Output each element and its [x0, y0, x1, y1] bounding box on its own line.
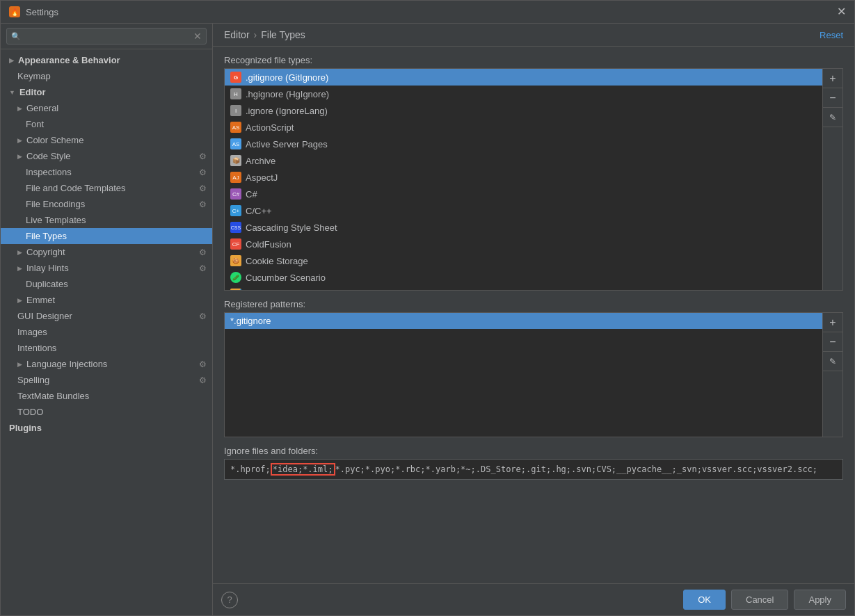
- list-item[interactable]: CSS Cascading Style Sheet: [225, 219, 822, 236]
- patterns-buttons: + − ✎: [823, 312, 843, 437]
- breadcrumb-parent: Editor: [224, 29, 250, 40]
- sidebar-item-gui-designer[interactable]: GUI Designer ⚙: [1, 308, 212, 324]
- sidebar-item-textmate-bundles[interactable]: TextMate Bundles: [1, 388, 212, 404]
- file-type-icon: AJ: [230, 172, 241, 183]
- file-type-icon: H: [230, 88, 241, 99]
- file-type-icon: [230, 289, 241, 291]
- edit-file-type-button[interactable]: ✎: [823, 108, 842, 127]
- sidebar-item-color-scheme[interactable]: ▶ Color Scheme: [1, 132, 212, 148]
- sidebar-item-copyright[interactable]: ▶ Copyright ⚙: [1, 244, 212, 260]
- help-button[interactable]: ?: [221, 592, 238, 608]
- patterns-section: Registered patterns: *.gitignore + − ✎: [224, 299, 843, 437]
- title-bar-left: 🔥 Settings: [9, 6, 58, 17]
- sidebar-item-label: GUI Designer: [17, 311, 72, 321]
- list-item[interactable]: Definition File (Kotlin/Native Stu...: [225, 286, 822, 291]
- search-wrap[interactable]: 🔍 ✕: [6, 28, 207, 44]
- remove-pattern-button[interactable]: −: [823, 332, 842, 352]
- sidebar-item-spelling[interactable]: Spelling ⚙: [1, 372, 212, 388]
- search-input[interactable]: [24, 31, 193, 41]
- add-file-type-button[interactable]: +: [823, 69, 842, 88]
- ok-button[interactable]: OK: [683, 590, 726, 610]
- sidebar-item-label: Inlay Hints: [26, 263, 69, 273]
- file-type-icon: AS: [230, 122, 241, 133]
- list-item[interactable]: C# C#: [225, 186, 822, 202]
- settings-icon: ⚙: [199, 184, 207, 193]
- list-item[interactable]: 📦 Archive: [225, 152, 822, 169]
- patterns-container: *.gitignore + − ✎: [224, 312, 843, 437]
- sidebar-item-file-types[interactable]: File Types: [1, 228, 212, 244]
- sidebar-item-duplicates[interactable]: Duplicates: [1, 276, 212, 292]
- settings-icon: ⚙: [199, 200, 207, 209]
- sidebar-item-code-style[interactable]: ▶ Code Style ⚙: [1, 148, 212, 164]
- sidebar-item-file-code-templates[interactable]: File and Code Templates ⚙: [1, 180, 212, 196]
- list-item[interactable]: 🥒 Cucumber Scenario: [225, 269, 822, 286]
- sidebar-item-general[interactable]: ▶ General: [1, 100, 212, 116]
- sidebar-item-label: Code Style: [26, 151, 71, 161]
- list-item[interactable]: H .hgignore (HgIgnore): [225, 86, 822, 102]
- apply-button[interactable]: Apply: [794, 590, 846, 610]
- arrow-icon: ▶: [9, 57, 14, 64]
- file-type-icon: AS: [230, 138, 241, 149]
- sidebar-list: ▶ Appearance & Behavior Keymap ▼ Editor …: [1, 49, 212, 615]
- ignore-wrap: *.hprof;*idea;*.iml;*.pyc;*.pyo;*.rbc;*.…: [224, 459, 843, 480]
- sidebar-item-label: TextMate Bundles: [17, 391, 89, 401]
- file-type-icon: CF: [230, 238, 241, 250]
- file-type-name: ActionScript: [246, 122, 294, 133]
- sidebar-item-label: File Types: [26, 231, 67, 241]
- search-icon: 🔍: [11, 32, 21, 41]
- file-type-name: Cookie Storage: [246, 256, 308, 266]
- arrow-icon: ▼: [9, 89, 15, 96]
- list-item[interactable]: CF ColdFusion: [225, 236, 822, 252]
- list-item[interactable]: C+ C/C++: [225, 202, 822, 219]
- sidebar-item-language-injections[interactable]: ▶ Language Injections ⚙: [1, 356, 212, 372]
- sidebar-item-images[interactable]: Images: [1, 324, 212, 340]
- file-type-icon: 🥒: [230, 272, 241, 283]
- sidebar-item-font[interactable]: Font: [1, 116, 212, 132]
- sidebar-item-label: Images: [17, 327, 47, 337]
- edit-pattern-button[interactable]: ✎: [823, 352, 842, 371]
- sidebar-item-label: Spelling: [17, 375, 49, 385]
- file-type-icon: 📦: [230, 155, 241, 166]
- sidebar-item-emmet[interactable]: ▶ Emmet: [1, 292, 212, 308]
- sidebar-item-inspections[interactable]: Inspections ⚙: [1, 164, 212, 180]
- reset-button[interactable]: Reset: [820, 30, 843, 40]
- list-item[interactable]: *.gitignore: [225, 313, 822, 329]
- file-type-icon: CSS: [230, 222, 241, 233]
- cancel-button[interactable]: Cancel: [731, 590, 788, 610]
- file-type-name: ColdFusion: [246, 239, 291, 250]
- sidebar-item-file-encodings[interactable]: File Encodings ⚙: [1, 196, 212, 212]
- list-item[interactable]: AJ AspectJ: [225, 169, 822, 186]
- sidebar-item-plugins[interactable]: Plugins: [1, 420, 212, 436]
- search-clear-icon[interactable]: ✕: [193, 31, 202, 42]
- ignore-section: Ignore files and folders: *.hprof;*idea;…: [224, 446, 843, 480]
- breadcrumb-sep: ›: [254, 29, 257, 40]
- sidebar-item-live-templates[interactable]: Live Templates: [1, 212, 212, 228]
- file-type-name: .gitignore (GitIgnore): [246, 72, 328, 83]
- list-item[interactable]: AS ActionScript: [225, 119, 822, 136]
- remove-file-type-button[interactable]: −: [823, 88, 842, 108]
- sidebar-item-todo[interactable]: TODO: [1, 404, 212, 420]
- sidebar-item-intentions[interactable]: Intentions: [1, 340, 212, 356]
- breadcrumb: Editor › File Types: [224, 29, 305, 40]
- list-item[interactable]: 🍪 Cookie Storage: [225, 252, 822, 269]
- file-types-list[interactable]: G .gitignore (GitIgnore) H .hgignore (Hg…: [224, 68, 823, 291]
- sidebar-item-editor[interactable]: ▼ Editor: [1, 84, 212, 100]
- patterns-list[interactable]: *.gitignore: [224, 312, 823, 437]
- ignore-input-display[interactable]: *.hprof;*idea;*.iml;*.pyc;*.pyo;*.rbc;*.…: [224, 459, 843, 480]
- list-item[interactable]: AS Active Server Pages: [225, 136, 822, 152]
- sidebar-item-label: Editor: [19, 87, 46, 97]
- sidebar-item-label: Font: [26, 119, 44, 129]
- list-item[interactable]: I .ignore (IgnoreLang): [225, 102, 822, 119]
- sidebar-item-inlay-hints[interactable]: ▶ Inlay Hints ⚙: [1, 260, 212, 276]
- sidebar: 🔍 ✕ ▶ Appearance & Behavior Keymap ▼: [1, 24, 213, 615]
- settings-icon: ⚙: [199, 264, 207, 273]
- file-type-name: Cucumber Scenario: [246, 273, 326, 283]
- close-button[interactable]: ✕: [837, 6, 846, 17]
- add-pattern-button[interactable]: +: [823, 313, 842, 332]
- sidebar-item-appearance[interactable]: ▶ Appearance & Behavior: [1, 52, 212, 68]
- window-title: Settings: [26, 7, 58, 17]
- list-item[interactable]: G .gitignore (GitIgnore): [225, 69, 822, 86]
- recognized-label: Recognized file types:: [224, 55, 843, 65]
- action-buttons: OK Cancel Apply: [683, 590, 846, 610]
- sidebar-item-keymap[interactable]: Keymap: [1, 68, 212, 84]
